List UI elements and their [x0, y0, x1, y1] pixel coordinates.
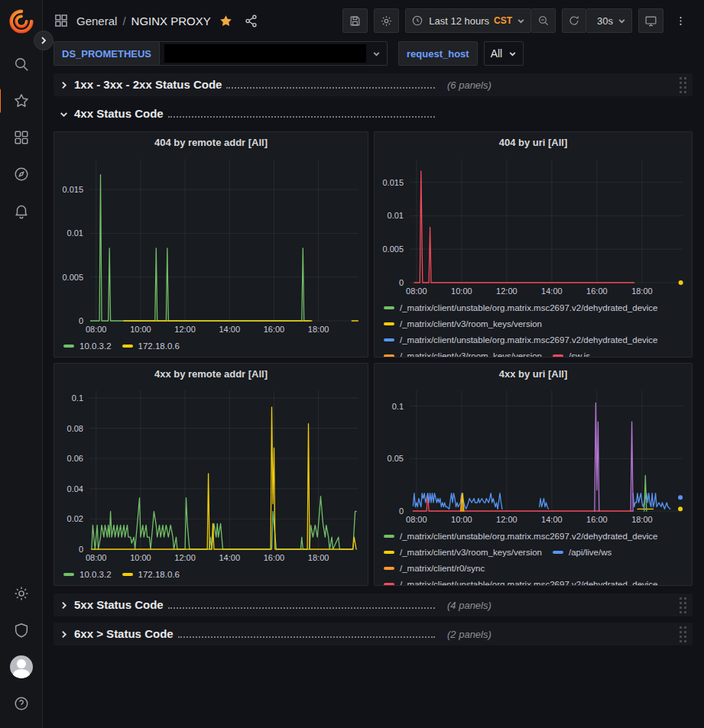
- save-dashboard-button[interactable]: [342, 8, 368, 33]
- chevron-right-icon: [40, 37, 47, 44]
- legend-swatch: [384, 583, 394, 586]
- svg-text:08:00: 08:00: [86, 553, 107, 562]
- refresh-interval-picker[interactable]: 30s: [586, 8, 632, 33]
- row-header-4xx[interactable]: 4xx Status Code: [54, 102, 693, 125]
- svg-text:18:00: 18:00: [308, 553, 329, 562]
- legend-swatch: [553, 354, 563, 358]
- zoom-out-time-button[interactable]: [531, 8, 556, 33]
- svg-text:14:00: 14:00: [219, 553, 241, 562]
- legend-item[interactable]: 10.0.3.2: [63, 566, 112, 582]
- star-outline-icon: [13, 92, 30, 109]
- breadcrumb-separator: /: [122, 15, 125, 28]
- timeseries-chart: 08:0010:0012:0014:0016:0018:0000.0050.01…: [375, 153, 692, 299]
- row-drag-handle[interactable]: [680, 626, 686, 642]
- legend-item[interactable]: /_matrix/client/v3/room_keys/version: [384, 544, 542, 560]
- chart-legend: /_matrix/client/unstable/org.matrix.msc2…: [375, 527, 692, 585]
- panel-title[interactable]: 4xx by uri [All]: [375, 364, 692, 384]
- sidebar-item-explore[interactable]: [5, 157, 38, 191]
- sidebar-item-search[interactable]: [5, 47, 38, 81]
- share-icon[interactable]: [244, 14, 258, 28]
- legend-item[interactable]: 172.18.0.6: [122, 566, 180, 582]
- svg-text:18:00: 18:00: [308, 325, 329, 334]
- row-title: 4xx Status Code: [74, 107, 164, 120]
- row-drag-handle[interactable]: [680, 77, 686, 93]
- legend-swatch: [63, 573, 74, 576]
- sidebar-item-dashboards[interactable]: [5, 121, 38, 154]
- variable-value-request-host[interactable]: All: [484, 41, 524, 66]
- variable-value-ds-prometheus[interactable]: [160, 41, 388, 66]
- legend-item[interactable]: /_matrix/client/unstable/org.matrix.msc2…: [384, 299, 658, 315]
- row-header-1xx-3xx-2xx[interactable]: 1xx - 3xx - 2xx Status Code (6 panels): [54, 73, 693, 96]
- legend-swatch: [384, 551, 394, 554]
- save-icon: [349, 15, 362, 28]
- row-title: 1xx - 3xx - 2xx Status Code: [74, 78, 222, 91]
- sidebar-item-profile[interactable]: [5, 650, 38, 684]
- panel-title[interactable]: 404 by uri [All]: [375, 132, 692, 153]
- sidebar-item-help[interactable]: [5, 687, 38, 720]
- row-header-6xx[interactable]: 6xx > Status Code (2 panels): [54, 623, 693, 645]
- svg-text:16:00: 16:00: [586, 515, 608, 524]
- svg-text:12:00: 12:00: [174, 553, 196, 562]
- search-icon: [13, 56, 30, 73]
- sidebar-item-server-admin[interactable]: [5, 613, 38, 647]
- panel-title[interactable]: 404 by remote addr [All]: [54, 132, 368, 153]
- legend-item[interactable]: /_matrix/client/unstable/org.matrix.msc2…: [384, 332, 658, 348]
- legend-item[interactable]: /_matrix/client/v3/room_keys/version: [384, 315, 542, 332]
- time-range-label: Last 12 hours: [429, 15, 489, 27]
- panel-404-by-uri: 404 by uri [All] 08:0010:0012:0014:0016:…: [374, 131, 693, 358]
- timeseries-chart: 08:0010:0012:0014:0016:0018:0000.0050.01…: [54, 153, 368, 337]
- time-range-picker[interactable]: Last 12 hours CST: [405, 8, 531, 33]
- redacted-value: [164, 44, 366, 63]
- chevron-right-icon: [60, 81, 68, 89]
- sidebar-item-alerting[interactable]: [5, 194, 38, 228]
- legend-item[interactable]: /sw.js: [553, 348, 590, 357]
- row-header-5xx[interactable]: 5xx Status Code (4 panels): [54, 594, 693, 616]
- legend-item[interactable]: /_matrix/client/unstable/org.matrix.msc2…: [384, 576, 658, 585]
- timeseries-chart: 08:0010:0012:0014:0016:0018:0000.050.1: [375, 384, 692, 527]
- legend-item[interactable]: 172.18.0.6: [122, 338, 180, 354]
- variable-label-ds-prometheus[interactable]: DS_PROMETHEUS: [54, 41, 160, 66]
- svg-text:14:00: 14:00: [541, 286, 563, 296]
- breadcrumb-section[interactable]: General: [76, 15, 117, 28]
- chart-area[interactable]: 08:0010:0012:0014:0016:0018:0000.0050.01…: [54, 153, 368, 337]
- legend-swatch: [384, 535, 394, 538]
- kiosk-mode-button[interactable]: [638, 8, 663, 33]
- panel-404-by-remote-addr: 404 by remote addr [All] 08:0010:0012:00…: [54, 131, 368, 358]
- sidebar-item-starred[interactable]: [5, 84, 38, 118]
- chart-area[interactable]: 08:0010:0012:0014:0016:0018:0000.020.040…: [54, 384, 368, 565]
- legend-item[interactable]: /api/live/ws: [553, 544, 612, 560]
- legend-item[interactable]: 10.0.3.2: [63, 338, 112, 354]
- svg-text:12:00: 12:00: [174, 325, 196, 334]
- row-dotted-line: [178, 636, 435, 638]
- dashboard-title[interactable]: NGINX PROXY: [131, 15, 211, 28]
- row-title-wrap: 5xx Status Code: [74, 598, 436, 613]
- chevron-down-icon: [618, 17, 626, 25]
- legend-label: /sw.js: [569, 351, 590, 358]
- grafana-logo[interactable]: [5, 5, 38, 38]
- chart-legend: 10.0.3.2172.18.0.6: [54, 565, 368, 585]
- svg-text:0.015: 0.015: [382, 178, 404, 187]
- sidebar-item-configuration[interactable]: [5, 577, 38, 610]
- legend-item[interactable]: /_matrix/client/unstable/org.matrix.msc2…: [384, 528, 658, 544]
- row-dotted-line: [168, 607, 435, 609]
- chart-area[interactable]: 08:0010:0012:0014:0016:0018:0000.0050.01…: [375, 153, 692, 299]
- svg-text:14:00: 14:00: [219, 325, 241, 334]
- legend-item[interactable]: /_matrix/client/v3/room_keys/version: [384, 348, 542, 357]
- sidebar-expand-button[interactable]: [34, 31, 54, 50]
- monitor-icon: [644, 15, 657, 28]
- panel-title[interactable]: 4xx by remote addr [All]: [54, 364, 368, 384]
- variable-label-request-host[interactable]: request_host: [398, 41, 478, 66]
- svg-text:16:00: 16:00: [264, 553, 285, 562]
- legend-label: /_matrix/client/v3/room_keys/version: [400, 319, 542, 328]
- dashboard-settings-button[interactable]: [374, 8, 399, 33]
- chart-area[interactable]: 08:0010:0012:0014:0016:0018:0000.050.1: [375, 384, 692, 527]
- more-options-button[interactable]: [668, 8, 693, 33]
- legend-item[interactable]: /_matrix/client/r0/sync: [384, 560, 485, 576]
- svg-text:0: 0: [399, 506, 404, 516]
- row-drag-handle[interactable]: [680, 597, 686, 613]
- apps-grid-icon[interactable]: [54, 13, 69, 28]
- refresh-button[interactable]: [562, 8, 586, 33]
- refresh-group: 30s: [562, 8, 632, 33]
- favorite-star-icon[interactable]: [219, 14, 233, 28]
- legend-label: /_matrix/client/unstable/org.matrix.msc2…: [400, 335, 658, 345]
